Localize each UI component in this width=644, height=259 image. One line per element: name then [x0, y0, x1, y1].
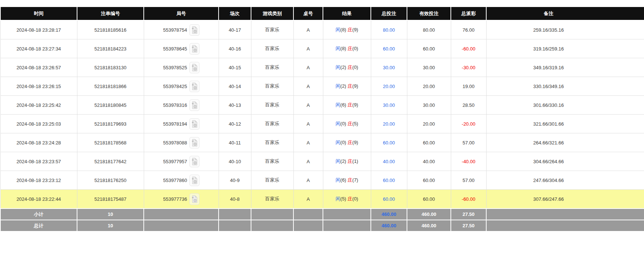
table-row[interactable]: 2024-08-18 23:27:34521818184223553978645… — [0, 39, 644, 58]
remark-cell: 259.16/335.16 — [486, 20, 644, 39]
result-cell: 闲(8) 庄(9) — [323, 20, 371, 39]
footer-empty-cell — [251, 220, 293, 231]
video-playback-button[interactable] — [189, 81, 199, 92]
session-cell: 40-11 — [219, 133, 251, 152]
banker-result-label: 庄 — [348, 196, 352, 202]
valid-bet-cell: 80.00 — [407, 20, 451, 39]
round-id-cell: 553978425 — [144, 77, 219, 96]
payout-cell: -60.00 — [451, 39, 486, 58]
video-file-icon — [191, 139, 198, 147]
player-result-score: (2) — [340, 83, 346, 89]
table-no-cell: A — [293, 20, 323, 39]
video-playback-button[interactable] — [189, 99, 199, 111]
payout-cell: -60.00 — [451, 190, 486, 209]
table-row[interactable]: 2024-08-18 23:25:42521818180845553978316… — [0, 96, 644, 115]
game-type-cell: 百家乐 — [251, 190, 293, 209]
time-cell: 2024-08-18 23:28:17 — [0, 20, 77, 39]
round-id-wrap: 553977957 — [163, 156, 199, 167]
table-row[interactable]: 2024-08-18 23:28:17521818185616553978754… — [0, 20, 644, 39]
session-cell: 40-15 — [219, 58, 251, 77]
subtotal-row: 小计10460.00460.0027.50 — [0, 209, 644, 220]
video-playback-button[interactable] — [189, 43, 199, 55]
player-result-score: (0) — [340, 140, 346, 145]
table-no-cell: A — [293, 115, 323, 133]
round-id-wrap: 553978088 — [163, 137, 199, 148]
total-bet-cell: 60.00 — [371, 133, 407, 152]
session-cell: 40-12 — [219, 115, 251, 133]
round-id-cell: 553978645 — [144, 39, 219, 58]
column-header-time: 时间 — [0, 7, 77, 20]
table-row[interactable]: 2024-08-18 23:26:57521818183130553978525… — [0, 58, 644, 77]
round-id-wrap: 553977736 — [163, 193, 199, 205]
table-row[interactable]: 2024-08-18 23:23:57521818177642553977957… — [0, 152, 644, 171]
bet-id-cell: 521818177642 — [77, 152, 144, 171]
session-cell: 40-8 — [219, 190, 251, 209]
result-cell: 闲(5) 庄(0) — [323, 190, 371, 209]
table-no-cell: A — [293, 152, 323, 171]
video-playback-button[interactable] — [189, 156, 199, 167]
bet-id-cell: 521818180845 — [77, 96, 144, 115]
video-playback-button[interactable] — [189, 118, 199, 130]
session-cell: 40-16 — [219, 39, 251, 58]
footer-empty-cell — [144, 209, 219, 220]
round-id-value: 553978088 — [163, 140, 187, 146]
table-row[interactable]: 2024-08-18 23:25:03521818179693553978194… — [0, 115, 644, 133]
betting-history-table: 时间注单编号局号场次游戏类别桌号结果总投注有效投注总派彩备注 2024-08-1… — [0, 6, 644, 232]
player-result-score: (6) — [340, 102, 346, 108]
round-id-value: 553977860 — [163, 178, 187, 183]
banker-result-score: (0) — [352, 196, 358, 202]
video-playback-button[interactable] — [189, 24, 199, 36]
betting-history-page: 时间注单编号局号场次游戏类别桌号结果总投注有效投注总派彩备注 2024-08-1… — [0, 6, 644, 232]
result-cell: 闲(2) 庄(9) — [323, 77, 371, 96]
video-playback-button[interactable] — [189, 175, 199, 186]
footer-payout: 27.50 — [451, 220, 486, 231]
remark-cell: 247.66/304.66 — [486, 171, 644, 190]
game-type-cell: 百家乐 — [251, 115, 293, 133]
video-file-icon — [191, 101, 198, 109]
round-id-cell: 553977860 — [144, 171, 219, 190]
banker-result-score: (0) — [352, 46, 358, 51]
player-result-score: (8) — [340, 27, 346, 32]
column-header-session: 场次 — [219, 7, 251, 20]
footer-empty-cell — [251, 209, 293, 220]
table-no-cell: A — [293, 171, 323, 190]
session-cell: 40-10 — [219, 152, 251, 171]
round-id-value: 553978316 — [163, 102, 187, 108]
banker-result-label: 庄 — [348, 27, 352, 32]
payout-cell: -30.00 — [451, 58, 486, 77]
player-result-label: 闲 — [335, 27, 340, 32]
table-row[interactable]: 2024-08-18 23:22:44521818175487553977736… — [0, 190, 644, 209]
video-playback-button[interactable] — [189, 62, 199, 73]
remark-cell: 349.16/319.16 — [486, 58, 644, 77]
table-row[interactable]: 2024-08-18 23:26:15521818181866553978425… — [0, 77, 644, 96]
bet-id-cell: 521818176250 — [77, 171, 144, 190]
table-row[interactable]: 2024-08-18 23:23:12521818176250553977860… — [0, 171, 644, 190]
table-footer: 小计10460.00460.0027.50总计10460.00460.0027.… — [0, 209, 644, 231]
result-cell: 闲(6) 庄(9) — [323, 96, 371, 115]
round-id-cell: 553978194 — [144, 115, 219, 133]
video-file-icon — [191, 176, 198, 184]
video-file-icon — [191, 83, 198, 90]
table-no-cell: A — [293, 133, 323, 152]
table-row[interactable]: 2024-08-18 23:24:28521818178568553978088… — [0, 133, 644, 152]
footer-empty-cell — [219, 220, 251, 231]
valid-bet-cell: 60.00 — [407, 39, 451, 58]
table-header: 时间注单编号局号场次游戏类别桌号结果总投注有效投注总派彩备注 — [0, 7, 644, 20]
video-playback-button[interactable] — [189, 137, 199, 148]
result-cell: 闲(0) 庄(9) — [323, 133, 371, 152]
result-cell: 闲(2) 庄(0) — [323, 58, 371, 77]
round-id-value: 553978525 — [163, 65, 187, 70]
payout-cell: 76.00 — [451, 20, 486, 39]
game-type-cell: 百家乐 — [251, 171, 293, 190]
footer-label: 小计 — [0, 209, 77, 220]
valid-bet-cell: 30.00 — [407, 96, 451, 115]
valid-bet-cell: 40.00 — [407, 152, 451, 171]
player-result-score: (2) — [340, 158, 346, 164]
bet-id-cell: 521818184223 — [77, 39, 144, 58]
time-cell: 2024-08-18 23:26:15 — [0, 77, 77, 96]
footer-empty-cell — [144, 220, 219, 231]
time-cell: 2024-08-18 23:27:34 — [0, 39, 77, 58]
remark-cell: 321.66/301.66 — [486, 115, 644, 133]
round-id-wrap: 553978525 — [163, 62, 199, 73]
video-playback-button[interactable] — [189, 193, 199, 205]
